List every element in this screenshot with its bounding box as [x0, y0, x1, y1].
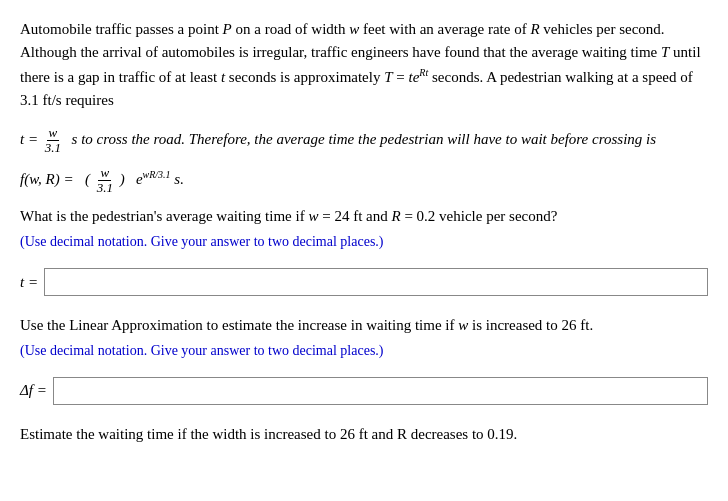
answer1-label: t = — [20, 274, 38, 291]
question2-text: Use the Linear Approximation to estimate… — [20, 314, 708, 337]
formula-t-line: t = w 3.1 s to cross the road. Therefore… — [20, 126, 708, 156]
formula-f-line: f(w, R) = ( w 3.1 ) ewR/3.1 s. — [20, 166, 708, 196]
hint2-text: (Use decimal notation. Give your answer … — [20, 341, 708, 361]
answer2-input[interactable] — [53, 377, 708, 405]
hint1-text: (Use decimal notation. Give your answer … — [20, 232, 708, 252]
answer1-row: t = — [20, 268, 708, 296]
question3-text: Estimate the waiting time if the width i… — [20, 423, 708, 446]
question1-text: What is the pedestrian's average waiting… — [20, 205, 708, 228]
answer1-input[interactable] — [44, 268, 708, 296]
answer2-row: Δf = — [20, 377, 708, 405]
problem-paragraph: Automobile traffic passes a point P on a… — [20, 18, 708, 112]
answer2-label: Δf = — [20, 382, 47, 399]
